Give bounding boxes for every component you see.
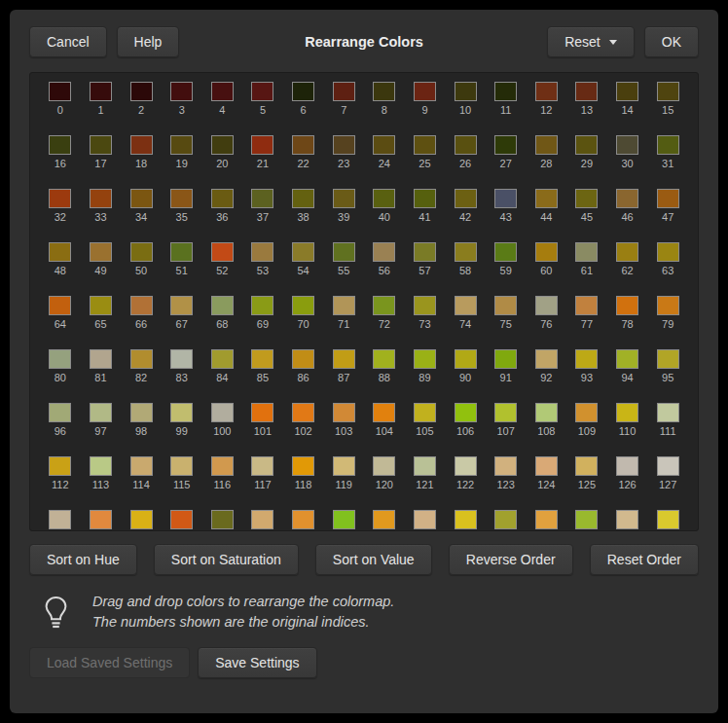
color-swatch[interactable] [292, 135, 314, 155]
color-swatch[interactable] [170, 403, 193, 422]
color-swatch[interactable] [455, 510, 477, 529]
color-swatch[interactable] [90, 242, 112, 262]
color-swatch[interactable] [333, 82, 355, 101]
color-swatch[interactable] [333, 189, 355, 208]
color-swatch[interactable] [414, 135, 436, 155]
color-swatch[interactable] [535, 403, 558, 422]
color-swatch[interactable] [333, 135, 355, 155]
color-swatch[interactable] [333, 242, 355, 262]
color-swatch[interactable] [49, 349, 71, 369]
color-swatch[interactable] [575, 189, 598, 208]
color-swatch[interactable] [90, 135, 112, 155]
color-swatch[interactable] [657, 296, 679, 315]
color-swatch[interactable] [211, 242, 234, 262]
color-swatch[interactable] [170, 296, 193, 315]
color-swatch[interactable] [373, 403, 395, 422]
save-settings-button[interactable]: Save Settings [198, 647, 316, 678]
color-swatch[interactable] [535, 189, 558, 208]
color-swatch[interactable] [49, 135, 71, 155]
color-swatch[interactable] [251, 456, 273, 476]
color-swatch[interactable] [616, 349, 638, 369]
color-swatch[interactable] [211, 456, 234, 476]
color-swatch[interactable] [575, 82, 598, 101]
color-swatch[interactable] [575, 349, 598, 369]
color-swatch[interactable] [414, 296, 436, 315]
color-swatch[interactable] [170, 82, 193, 101]
color-swatch[interactable] [130, 349, 153, 369]
color-swatch[interactable] [333, 349, 355, 369]
color-swatch[interactable] [616, 135, 638, 155]
color-swatch[interactable] [575, 135, 598, 155]
color-swatch[interactable] [130, 242, 153, 262]
color-swatch[interactable] [211, 403, 234, 422]
color-swatch[interactable] [657, 456, 679, 476]
color-swatch[interactable] [251, 135, 273, 155]
color-swatch[interactable] [373, 456, 395, 476]
sort-on-value-button[interactable]: Sort on Value [315, 544, 432, 575]
color-swatch[interactable] [49, 189, 71, 208]
color-swatch[interactable] [535, 349, 558, 369]
color-swatch[interactable] [535, 456, 558, 476]
cancel-button[interactable]: Cancel [29, 26, 107, 57]
color-swatch[interactable] [49, 456, 71, 476]
color-swatch[interactable] [292, 296, 314, 315]
color-swatch[interactable] [333, 296, 355, 315]
color-swatch[interactable] [333, 510, 355, 529]
color-swatch[interactable] [292, 242, 314, 262]
color-swatch[interactable] [414, 82, 436, 101]
color-swatch[interactable] [292, 403, 314, 422]
color-swatch[interactable] [130, 456, 153, 476]
color-swatch[interactable] [616, 296, 638, 315]
color-swatch[interactable] [616, 82, 638, 101]
color-swatch[interactable] [494, 242, 517, 262]
color-swatch[interactable] [657, 242, 679, 262]
color-swatch[interactable] [251, 242, 273, 262]
color-swatch[interactable] [494, 296, 517, 315]
color-swatch[interactable] [616, 403, 638, 422]
help-button[interactable]: Help [117, 26, 180, 57]
color-swatch[interactable] [414, 456, 436, 476]
color-swatch[interactable] [211, 135, 234, 155]
color-swatch[interactable] [575, 403, 598, 422]
color-swatch[interactable] [130, 296, 153, 315]
color-swatch[interactable] [170, 189, 193, 208]
color-swatch[interactable] [373, 349, 395, 369]
color-swatch[interactable] [333, 403, 355, 422]
color-swatch[interactable] [49, 242, 71, 262]
color-swatch[interactable] [170, 456, 193, 476]
reverse-order-button[interactable]: Reverse Order [449, 544, 573, 575]
color-swatch[interactable] [49, 510, 71, 529]
color-swatch[interactable] [49, 296, 71, 315]
color-swatch[interactable] [251, 349, 273, 369]
color-swatch[interactable] [251, 189, 273, 208]
color-swatch[interactable] [494, 82, 517, 101]
color-swatch[interactable] [494, 456, 517, 476]
color-swatch[interactable] [616, 510, 638, 529]
color-swatch[interactable] [170, 349, 193, 369]
color-swatch[interactable] [373, 135, 395, 155]
color-swatch[interactable] [90, 296, 112, 315]
color-swatch[interactable] [90, 510, 112, 529]
reset-dropdown-button[interactable]: Reset [547, 26, 635, 57]
color-swatch[interactable] [455, 82, 477, 101]
color-swatch[interactable] [130, 82, 153, 101]
color-swatch[interactable] [90, 82, 112, 101]
color-swatch[interactable] [170, 135, 193, 155]
color-swatch[interactable] [251, 296, 273, 315]
color-swatch[interactable] [455, 456, 477, 476]
color-swatch[interactable] [251, 403, 273, 422]
color-swatch[interactable] [657, 510, 679, 529]
color-swatch[interactable] [414, 189, 436, 208]
color-swatch[interactable] [211, 82, 234, 101]
color-swatch[interactable] [130, 135, 153, 155]
color-swatch[interactable] [90, 349, 112, 369]
color-swatch[interactable] [657, 82, 679, 101]
color-swatch[interactable] [616, 456, 638, 476]
color-swatch[interactable] [292, 189, 314, 208]
color-swatch[interactable] [49, 403, 71, 422]
color-swatch[interactable] [251, 510, 273, 529]
color-swatch[interactable] [494, 189, 517, 208]
color-swatch[interactable] [657, 349, 679, 369]
color-swatch[interactable] [616, 189, 638, 208]
color-swatch[interactable] [333, 456, 355, 476]
